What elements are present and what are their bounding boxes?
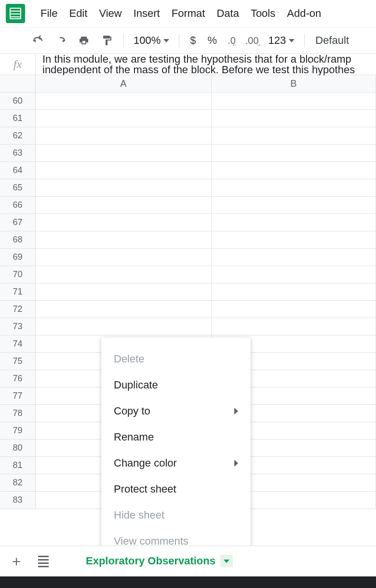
cell[interactable]: [36, 301, 212, 318]
context-menu-item-protect-sheet[interactable]: Protect sheet: [101, 476, 251, 502]
menu-insert[interactable]: Insert: [128, 3, 166, 24]
row-header[interactable]: 82: [0, 474, 36, 491]
menu-file[interactable]: File: [35, 3, 63, 24]
cell[interactable]: [36, 231, 212, 248]
row-header[interactable]: 77: [0, 388, 36, 404]
cell[interactable]: [36, 145, 212, 161]
add-sheet-button[interactable]: ＋: [4, 549, 29, 574]
context-menu-item-label: Rename: [114, 431, 154, 443]
format-percent-button[interactable]: %: [203, 34, 222, 47]
cell[interactable]: [212, 145, 376, 161]
cell[interactable]: [212, 249, 376, 266]
table-row: 62: [0, 127, 376, 145]
row-header[interactable]: 69: [0, 249, 36, 266]
cell[interactable]: [36, 283, 212, 300]
cell[interactable]: [36, 127, 212, 144]
cell[interactable]: [36, 249, 212, 266]
column-header-A[interactable]: A: [36, 75, 212, 92]
select-all-corner[interactable]: [0, 75, 36, 92]
row-header[interactable]: 75: [0, 353, 36, 370]
context-menu-item-rename[interactable]: Rename: [101, 424, 251, 450]
sheet-tab-name: Exploratory Observations: [86, 555, 215, 567]
row-header[interactable]: 60: [0, 93, 36, 109]
redo-button[interactable]: [50, 30, 71, 51]
cell[interactable]: [212, 214, 376, 231]
cell[interactable]: [36, 93, 212, 109]
cell[interactable]: [212, 127, 376, 144]
cell[interactable]: [36, 318, 212, 335]
undo-button[interactable]: [27, 30, 48, 51]
hamburger-icon: [38, 556, 49, 567]
cell[interactable]: [36, 179, 212, 196]
row-header[interactable]: 65: [0, 179, 36, 196]
cell[interactable]: [212, 301, 376, 318]
menu-data[interactable]: Data: [211, 3, 244, 24]
sheet-tab-context-menu: DeleteDuplicateCopy toRenameChange color…: [101, 337, 251, 546]
cell[interactable]: [212, 266, 376, 283]
row-header[interactable]: 72: [0, 301, 36, 318]
format-currency-button[interactable]: $: [185, 34, 201, 47]
sheet-tab-menu-button[interactable]: [220, 555, 233, 567]
row-header[interactable]: 68: [0, 231, 36, 248]
row-header[interactable]: 64: [0, 162, 36, 179]
column-header-B[interactable]: B: [212, 75, 376, 92]
menu-format[interactable]: Format: [166, 3, 211, 24]
cell[interactable]: [212, 318, 376, 335]
context-menu-item-view-comments: View comments: [101, 528, 251, 546]
cell[interactable]: [212, 93, 376, 109]
context-menu-item-copy-to[interactable]: Copy to: [101, 398, 251, 424]
row-header[interactable]: 74: [0, 335, 36, 352]
cell[interactable]: [36, 110, 212, 127]
more-formats-dropdown[interactable]: 123: [265, 34, 299, 47]
table-row: 67: [0, 214, 376, 231]
row-header[interactable]: 79: [0, 422, 36, 439]
formula-input[interactable]: In this module, we are testing the hypot…: [36, 54, 376, 75]
row-header[interactable]: 61: [0, 110, 36, 127]
row-header[interactable]: 83: [0, 492, 36, 508]
context-menu-item-duplicate[interactable]: Duplicate: [101, 372, 251, 398]
row-header[interactable]: 67: [0, 214, 36, 231]
row-header[interactable]: 78: [0, 405, 36, 422]
table-row: 72: [0, 301, 376, 318]
row-header[interactable]: 63: [0, 145, 36, 161]
print-button[interactable]: [73, 30, 94, 51]
context-menu-item-label: Hide sheet: [114, 509, 164, 521]
context-menu-item-change-color[interactable]: Change color: [101, 450, 251, 476]
toolbar-separator: [123, 34, 124, 47]
row-header[interactable]: 73: [0, 318, 36, 335]
menu-tools[interactable]: Tools: [245, 3, 281, 24]
row-header[interactable]: 71: [0, 283, 36, 300]
row-header[interactable]: 80: [0, 440, 36, 456]
row-header[interactable]: 70: [0, 266, 36, 283]
table-row: 65: [0, 179, 376, 197]
font-family-dropdown[interactable]: Default: [310, 34, 354, 47]
cell[interactable]: [212, 110, 376, 127]
sheet-tab-active[interactable]: Exploratory Observations: [77, 549, 242, 574]
row-header[interactable]: 66: [0, 197, 36, 214]
menu-edit[interactable]: Edit: [63, 3, 93, 24]
cell[interactable]: [212, 197, 376, 214]
context-menu-item-label: Copy to: [114, 405, 150, 417]
sheets-logo-icon[interactable]: [6, 4, 25, 23]
cell[interactable]: [212, 231, 376, 248]
cell[interactable]: [212, 179, 376, 196]
cell[interactable]: [36, 162, 212, 179]
cell[interactable]: [36, 197, 212, 214]
paint-format-button[interactable]: [96, 30, 118, 51]
menu-view[interactable]: View: [93, 3, 127, 24]
increase-decimal-button[interactable]: .00 →: [242, 30, 263, 51]
row-header[interactable]: 81: [0, 457, 36, 474]
caret-down-icon: [163, 39, 169, 42]
row-header[interactable]: 62: [0, 127, 36, 144]
submenu-arrow-icon: [234, 460, 238, 467]
all-sheets-button[interactable]: [31, 549, 56, 574]
cell[interactable]: [36, 214, 212, 231]
cell[interactable]: [36, 266, 212, 283]
zoom-dropdown[interactable]: 100%: [130, 34, 173, 47]
cell[interactable]: [212, 162, 376, 179]
menu-add-on[interactable]: Add-on: [281, 3, 327, 24]
submenu-arrow-icon: [234, 408, 238, 414]
cell[interactable]: [212, 283, 376, 300]
row-header[interactable]: 76: [0, 370, 36, 387]
decrease-decimal-button[interactable]: .0 ←: [224, 30, 240, 51]
